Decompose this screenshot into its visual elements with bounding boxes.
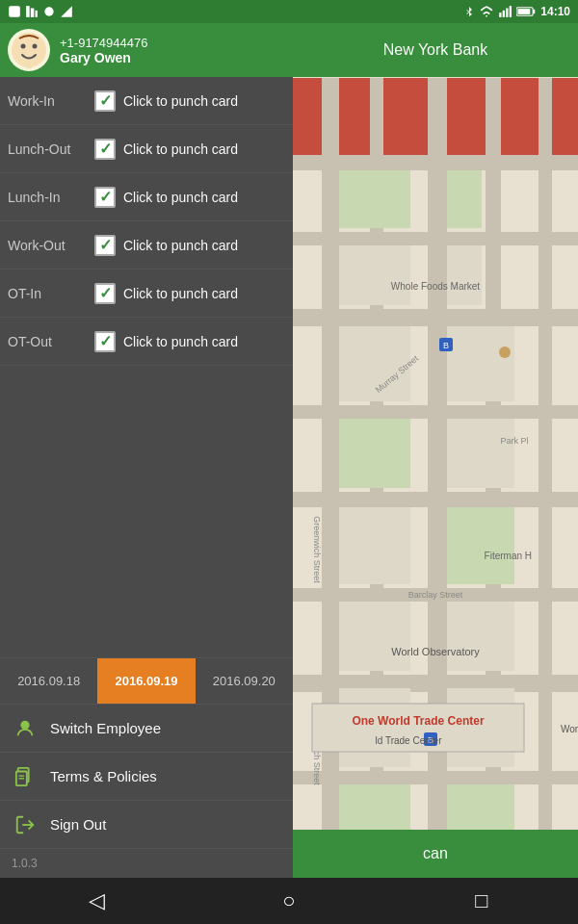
check-mark: ✓ [99, 188, 112, 206]
svg-rect-31 [539, 78, 552, 877]
punch-button-lunch-out[interactable]: ✓ Click to punch card [94, 139, 285, 160]
punch-checkbox-work-out: ✓ [94, 235, 116, 256]
punch-checkbox-lunch-out: ✓ [94, 139, 116, 160]
date-button-date-next[interactable]: 2016.09.20 [196, 658, 293, 705]
wifi-icon [480, 5, 493, 18]
avatar [8, 29, 50, 71]
punch-button-ot-out[interactable]: ✓ Click to punch card [94, 331, 285, 352]
svg-rect-44 [339, 326, 410, 401]
svg-rect-6 [499, 13, 501, 17]
nav-square-button[interactable]: □ [453, 878, 511, 924]
svg-rect-43 [447, 245, 482, 305]
svg-rect-2 [31, 9, 34, 17]
scan-text: can [423, 845, 448, 862]
svg-rect-0 [9, 6, 20, 17]
bottom-menu: Switch Employee Terms & Policies Sign Ou… [0, 704, 293, 849]
status-bar: 14:10 [0, 0, 578, 23]
punch-button-lunch-in[interactable]: ✓ Click to punch card [94, 187, 285, 208]
check-mark: ✓ [99, 284, 112, 302]
nav-back-button[interactable]: ◁ [67, 878, 125, 924]
svg-rect-48 [339, 507, 410, 584]
svg-rect-12 [518, 9, 531, 14]
punch-button-ot-in[interactable]: ✓ Click to punch card [94, 283, 285, 304]
punch-text-ot-in: Click to punch card [123, 286, 238, 301]
svg-rect-41 [447, 170, 482, 228]
bluetooth-icon [463, 5, 475, 18]
svg-rect-27 [322, 78, 339, 877]
version-text: 1.0.3 [0, 849, 293, 878]
svg-point-16 [20, 720, 29, 729]
svg-rect-34 [293, 309, 578, 326]
svg-rect-1 [26, 6, 30, 17]
svg-rect-11 [533, 10, 535, 13]
menu-label-sign-out: Sign Out [50, 816, 106, 833]
svg-rect-39 [293, 771, 578, 784]
svg-point-13 [12, 33, 46, 67]
svg-marker-5 [61, 6, 72, 17]
user-phone: +1-9174944476 [60, 36, 147, 50]
punch-label-work-out: Work-Out [8, 238, 94, 253]
svg-rect-49 [447, 507, 514, 584]
time-display: 14:10 [540, 5, 570, 18]
menu-label-switch-employee: Switch Employee [50, 720, 161, 736]
svg-rect-46 [339, 419, 410, 488]
punch-rows: Work-In ✓ Click to punch card Lunch-Out … [0, 77, 293, 657]
check-mark: ✓ [99, 236, 112, 254]
punch-text-lunch-out: Click to punch card [123, 141, 238, 157]
main-layout: Work-In ✓ Click to punch card Lunch-Out … [0, 77, 578, 878]
svg-rect-36 [293, 492, 578, 507]
app-icon-4 [60, 5, 73, 18]
punch-text-lunch-in: Click to punch card [123, 190, 238, 205]
svg-text:Greenwich Street: Greenwich Street [312, 516, 322, 583]
punch-label-ot-in: OT-In [8, 286, 94, 301]
map-content: Whole Foods Market B Murray Street Park … [293, 77, 578, 878]
svg-text:One World Trade Center: One World Trade Center [352, 714, 484, 728]
header-right: New York Bank [293, 23, 578, 77]
menu-item-switch-employee[interactable]: Switch Employee [0, 705, 293, 753]
punch-row-lunch-in[interactable]: Lunch-In ✓ Click to punch card [0, 173, 293, 221]
punch-checkbox-ot-out: ✓ [94, 331, 116, 352]
nav-home-icon: ○ [282, 888, 295, 913]
date-button-date-prev[interactable]: 2016.09.18 [0, 658, 97, 705]
punch-row-work-out[interactable]: Work-Out ✓ Click to punch card [0, 221, 293, 270]
punch-text-work-in: Click to punch card [123, 93, 238, 109]
scan-bar[interactable]: can [293, 830, 578, 878]
svg-rect-35 [293, 405, 578, 419]
check-mark: ✓ [99, 332, 112, 350]
svg-rect-32 [293, 155, 578, 170]
punch-button-work-out[interactable]: ✓ Click to punch card [94, 235, 285, 256]
punch-text-work-out: Click to punch card [123, 238, 238, 253]
punch-checkbox-work-in: ✓ [94, 90, 116, 112]
user-name: Gary Owen [60, 50, 147, 65]
nav-back-icon: ◁ [89, 888, 105, 913]
date-button-date-current[interactable]: 2016.09.19 [97, 658, 195, 705]
punch-label-ot-out: OT-Out [8, 334, 94, 349]
app-icon-3 [42, 5, 56, 18]
svg-text:Whole Foods Market: Whole Foods Market [391, 281, 480, 292]
svg-text:Barclay Street: Barclay Street [408, 590, 463, 600]
punch-checkbox-ot-in: ✓ [94, 283, 116, 304]
header-left: +1-9174944476 Gary Owen [0, 23, 293, 77]
punch-button-work-in[interactable]: ✓ Click to punch card [94, 90, 285, 112]
menu-item-sign-out[interactable]: Sign Out [0, 801, 293, 849]
svg-point-14 [21, 44, 26, 49]
svg-text:B: B [443, 341, 449, 350]
punch-row-ot-out[interactable]: OT-Out ✓ Click to punch card [0, 318, 293, 366]
map-svg: Whole Foods Market B Murray Street Park … [293, 77, 578, 878]
svg-rect-38 [293, 675, 578, 692]
svg-rect-45 [447, 326, 514, 401]
svg-text:Park Pl: Park Pl [500, 436, 528, 446]
punch-label-lunch-in: Lunch-In [8, 190, 94, 205]
svg-rect-40 [339, 170, 410, 228]
nav-home-button[interactable]: ○ [260, 878, 318, 924]
menu-item-terms-policies[interactable]: Terms & Policies [0, 753, 293, 801]
check-mark: ✓ [99, 140, 112, 158]
svg-rect-7 [503, 11, 505, 17]
check-mark: ✓ [99, 91, 112, 110]
left-panel: Work-In ✓ Click to punch card Lunch-Out … [0, 77, 293, 878]
punch-row-work-in[interactable]: Work-In ✓ Click to punch card [0, 77, 293, 125]
battery-icon [516, 6, 536, 17]
punch-row-lunch-out[interactable]: Lunch-Out ✓ Click to punch card [0, 125, 293, 173]
punch-row-ot-in[interactable]: OT-In ✓ Click to punch card [0, 270, 293, 318]
svg-rect-42 [339, 245, 410, 305]
